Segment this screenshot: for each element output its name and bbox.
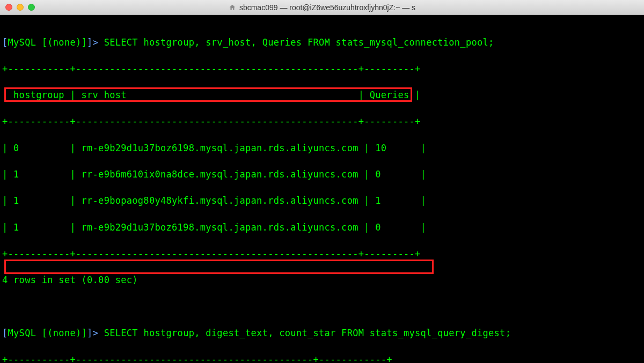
t1-row-1: | 1 | rr-e9b6m610ix0na8dce.mysql.japan.r… (2, 168, 642, 181)
prompt-arrow: ]> (87, 37, 104, 48)
window-title: sbcmac099 — root@iZ6we56uzuhtroxfjyhn0jZ… (229, 3, 415, 12)
t1-sep-mid: +-----------+---------------------------… (2, 115, 642, 128)
traffic-lights (5, 4, 35, 11)
query-1: SELECT hostgroup, srv_host, Queries FROM… (104, 37, 494, 48)
terminal-output[interactable]: [MySQL [(none)]]> SELECT hostgroup, srv_… (0, 15, 644, 363)
t1-row-2: | 1 | rr-e9bopaog80y48ykfi.mysql.japan.r… (2, 194, 642, 208)
highlight-box-2 (4, 260, 434, 274)
t1-row-0: | 0 | rm-e9b29d1u37boz6198.mysql.japan.r… (2, 142, 642, 155)
prompt-bracket-open: [ (2, 328, 8, 338)
t1-row-3: | 1 | rm-e9b29d1u37boz6198.mysql.japan.r… (2, 221, 642, 234)
t1-sep-bot: +-----------+---------------------------… (2, 247, 642, 261)
window-title-text: sbcmac099 — root@iZ6we56uzuhtroxfjyhn0jZ… (239, 3, 415, 12)
t1-sep-top: +-----------+---------------------------… (2, 62, 642, 76)
query-2: SELECT hostgroup, digest_text, count_sta… (104, 328, 511, 338)
t1-footer: 4 rows in set (0.00 sec) (2, 273, 642, 287)
prompt-arrow: ]> (87, 328, 104, 338)
minimize-button[interactable] (17, 4, 24, 11)
prompt-label: MySQL [(none)] (8, 328, 87, 338)
window-titlebar: sbcmac099 — root@iZ6we56uzuhtroxfjyhn0jZ… (0, 0, 644, 15)
prompt-label: MySQL [(none)] (8, 37, 87, 48)
maximize-button[interactable] (28, 4, 35, 11)
close-button[interactable] (5, 4, 12, 11)
t2-sep-top: +-----------+---------------------------… (2, 353, 642, 363)
prompt-bracket-open: [ (2, 37, 8, 48)
t1-header: | hostgroup | srv_host | Queries | (2, 88, 642, 102)
home-icon (229, 4, 236, 11)
